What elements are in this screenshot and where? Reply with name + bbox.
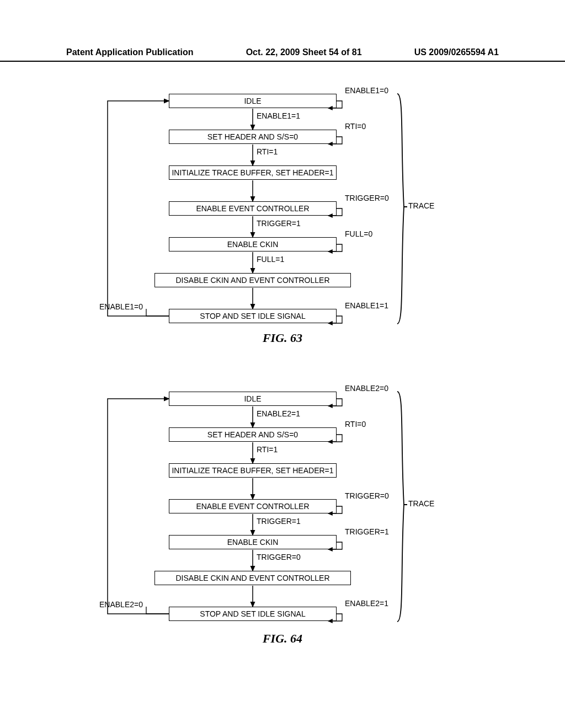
trans-trigger-1: TRIGGER=1 [257,219,301,228]
state-set-header: SET HEADER AND S/S=0 [169,427,337,442]
state-disable: DISABLE CKIN AND EVENT CONTROLLER [154,273,351,287]
state-stop: STOP AND SET IDLE SIGNAL [169,309,337,323]
brace-trace: TRACE [408,499,434,508]
loop-trigger-0: TRIGGER=0 [345,491,389,500]
state-enable-ckin: ENABLE CKIN [169,237,337,251]
state-init-buffer: INITIALIZE TRACE BUFFER, SET HEADER=1 [169,463,337,478]
loop-enable1-1: ENABLE1=1 [345,301,388,310]
state-stop: STOP AND SET IDLE SIGNAL [169,607,337,621]
trans-trigger-1: TRIGGER=1 [257,517,301,526]
feedback-enable2-0: ENABLE2=0 [99,600,143,609]
loop-trigger-0: TRIGGER=0 [345,194,389,202]
feedback-enable1-0: ENABLE1=0 [99,302,143,311]
figure-63: IDLE SET HEADER AND S/S=0 INITIALIZE TRA… [0,83,565,342]
brace-trace: TRACE [408,201,434,210]
trans-enable2-1: ENABLE2=1 [257,409,300,418]
loop-rti-0: RTI=0 [345,122,366,131]
trans-enable1-1: ENABLE1=1 [257,111,300,120]
state-idle: IDLE [169,94,337,108]
state-enable-event-ctrl: ENABLE EVENT CONTROLLER [169,499,337,513]
state-disable: DISABLE CKIN AND EVENT CONTROLLER [154,571,351,585]
header-center: Oct. 22, 2009 Sheet 54 of 81 [246,47,362,57]
trans-full-1: FULL=1 [257,255,284,264]
trans-rti-1: RTI=1 [257,445,278,454]
header-left: Patent Application Publication [66,47,194,57]
fig64-caption: FIG. 64 [0,631,565,646]
header-right: US 2009/0265594 A1 [414,47,499,57]
fig63-caption: FIG. 63 [0,331,565,345]
loop-trigger-1: TRIGGER=1 [345,527,389,536]
loop-full-0: FULL=0 [345,229,372,238]
state-enable-event-ctrl: ENABLE EVENT CONTROLLER [169,201,337,216]
loop-rti-0: RTI=0 [345,420,366,429]
loop-enable2-0: ENABLE2=0 [345,384,388,393]
loop-enable2-1: ENABLE2=1 [345,599,388,608]
page: Patent Application Publication Oct. 22, … [0,0,565,728]
page-header: Patent Application Publication Oct. 22, … [0,47,565,62]
state-init-buffer: INITIALIZE TRACE BUFFER, SET HEADER=1 [169,165,337,180]
state-set-header: SET HEADER AND S/S=0 [169,130,337,144]
state-idle: IDLE [169,392,337,406]
loop-enable1-0: ENABLE1=0 [345,86,388,95]
figure-64: IDLE SET HEADER AND S/S=0 INITIALIZE TRA… [0,381,565,640]
state-enable-ckin: ENABLE CKIN [169,535,337,549]
trans-rti-1: RTI=1 [257,147,278,156]
trans-trigger-0: TRIGGER=0 [257,553,301,561]
